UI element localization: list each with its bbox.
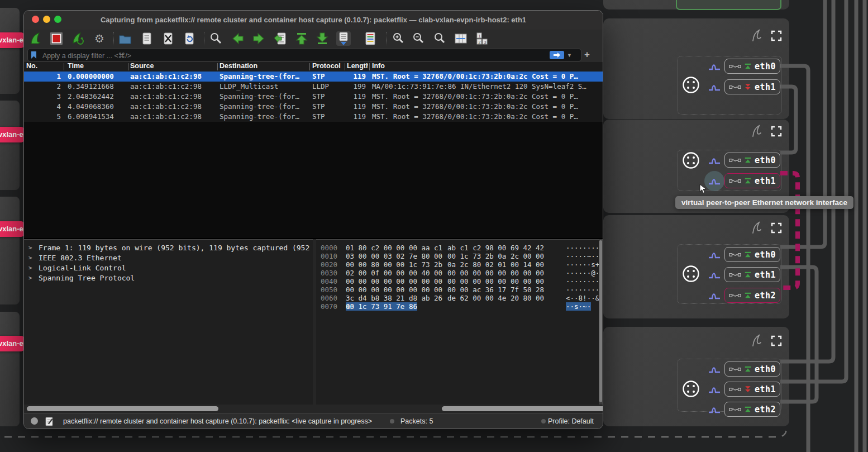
shark-fin-icon[interactable] — [750, 28, 764, 43]
add-filter-button[interactable]: + — [584, 49, 590, 60]
node-name-badge[interactable]: vxlan-e — [0, 221, 24, 237]
interface-button-eth2[interactable]: eth2 — [724, 402, 780, 417]
column-destination[interactable]: Destination — [220, 62, 257, 70]
apply-filter-button[interactable] — [550, 51, 564, 59]
go-back-icon[interactable] — [231, 31, 245, 46]
hex-row[interactable]: 003002 00 0f 00 00 00 40 00 00 00 00 00 … — [316, 269, 603, 277]
start-capture-icon[interactable] — [28, 31, 42, 46]
expand-icon[interactable] — [771, 222, 782, 234]
profile-label[interactable]: Profile: Default — [548, 413, 594, 429]
close-window-button[interactable] — [32, 16, 39, 23]
traffic-pulse-icon[interactable] — [708, 155, 721, 165]
reload-file-icon[interactable] — [182, 31, 197, 46]
traffic-pulse-icon[interactable] — [708, 270, 721, 280]
hex-row[interactable]: 005000 00 00 00 00 00 00 00 00 00 ac 36 … — [316, 286, 603, 294]
hex-row[interactable]: 002000 00 80 00 00 1c 73 2b 0a 2c 80 02 … — [316, 260, 603, 269]
filter-bookmark-icon[interactable] — [30, 51, 38, 59]
interface-button-eth0[interactable]: eth0 — [724, 153, 780, 168]
packet-row[interactable]: 20.349121668 aa:c1:ab:c1:c2:98LLDP_Multi… — [24, 82, 603, 92]
column-source[interactable]: Source — [130, 62, 154, 70]
zoom-reset-icon[interactable] — [432, 31, 447, 46]
interface-button-eth1[interactable]: eth1 — [724, 267, 780, 282]
hex-row[interactable]: 004000 00 00 00 00 00 00 00 00 00 00 00 … — [316, 277, 603, 286]
go-forward-icon[interactable] — [251, 31, 266, 46]
interface-button-eth1[interactable]: eth1 — [724, 382, 780, 397]
hex-row[interactable]: 00603c d4 b8 38 21 d8 ab 26 de 62 00 00 … — [316, 294, 603, 302]
expert-info-icon[interactable] — [31, 417, 38, 425]
capture-options-gear-icon[interactable]: ⚙ — [92, 31, 107, 46]
interface-button-eth0[interactable]: eth0 — [724, 247, 780, 262]
column-no[interactable]: No. — [26, 62, 37, 70]
open-file-icon[interactable] — [118, 31, 132, 46]
minimize-window-button[interactable] — [43, 16, 50, 23]
packet-row-selected[interactable]: 10.000000000 aa:c1:ab:c1:c2:98Spanning-t… — [24, 72, 603, 82]
packet-list-header[interactable]: No. Time Source Destination Protocol Len… — [24, 62, 603, 72]
node-name-badge[interactable]: vxlan-e — [0, 32, 24, 48]
interface-button-eth2-highlighted[interactable]: eth2 — [724, 288, 780, 303]
column-protocol[interactable]: Protocol — [312, 62, 341, 70]
detail-hscrollbar-thumb[interactable] — [27, 406, 218, 411]
expand-icon[interactable] — [771, 30, 782, 41]
hex-dump-pane[interactable]: 000001 80 c2 00 00 00 aa c1 ab c1 c2 98 … — [316, 239, 603, 405]
container-node-icon[interactable] — [681, 264, 701, 284]
traffic-pulse-icon[interactable] — [708, 384, 721, 394]
interface-button-partial[interactable] — [676, 0, 781, 10]
shark-fin-icon[interactable] — [750, 334, 764, 348]
interface-button-eth0[interactable]: eth0 — [724, 361, 780, 377]
zoom-in-icon[interactable] — [391, 31, 406, 46]
hex-hscrollbar-thumb[interactable] — [442, 406, 603, 411]
packet-row[interactable]: 56.098941534 aa:c1:ab:c1:c2:98Spanning-t… — [24, 112, 603, 122]
column-time[interactable]: Time — [68, 62, 84, 70]
container-node-icon[interactable] — [681, 379, 701, 399]
column-length[interactable]: Length — [347, 62, 368, 70]
restart-capture-icon[interactable] — [70, 31, 85, 46]
go-first-packet-icon[interactable] — [294, 31, 309, 46]
hex-row-highlighted[interactable]: 0070 00 1c 73 91 7e 86 13 ··s·~· — [316, 302, 603, 311]
find-packet-icon[interactable] — [208, 31, 223, 46]
stop-capture-icon[interactable] — [49, 31, 64, 46]
traffic-pulse-icon[interactable] — [708, 250, 721, 260]
shark-fin-icon[interactable] — [750, 124, 764, 139]
interface-button-eth0[interactable]: eth0 — [724, 59, 780, 74]
colorize-packets-icon[interactable] — [363, 31, 378, 46]
display-filter-input[interactable] — [41, 49, 546, 62]
packet-row[interactable]: 44.049068360 aa:c1:ab:c1:c2:98Spanning-t… — [24, 102, 603, 112]
capture-comment-icon[interactable] — [45, 417, 53, 426]
resize-columns-icon[interactable] — [454, 31, 468, 46]
detail-row[interactable]: >IEEE 802.3 Ethernet — [24, 253, 313, 263]
detail-row[interactable]: >Frame 1: 119 bytes on wire (952 bits), … — [24, 243, 313, 253]
selected-field-bytes[interactable]: 00 1c 73 91 7e 86 — [346, 302, 417, 311]
go-last-packet-icon[interactable] — [315, 31, 330, 46]
traffic-pulse-icon[interactable] — [708, 61, 721, 72]
go-to-packet-icon[interactable] — [273, 31, 288, 46]
traffic-pulse-icon[interactable] — [708, 405, 721, 415]
selected-field-ascii[interactable]: ··s·~· — [566, 302, 591, 311]
traffic-pulse-icon[interactable] — [708, 291, 721, 301]
node-name-badge[interactable]: vxlan-e — [0, 336, 24, 351]
hex-row[interactable]: 001003 00 00 03 02 7e 80 00 00 1c 73 2b … — [316, 252, 603, 260]
node-name-badge[interactable]: vxlan-e — [0, 127, 24, 142]
traffic-pulse-icon[interactable] — [708, 82, 721, 92]
packet-row[interactable]: 32.048362442 aa:c1:ab:c1:c2:98Spanning-t… — [24, 92, 603, 102]
shark-fin-icon[interactable] — [750, 221, 764, 235]
container-node-icon[interactable] — [681, 150, 701, 170]
traffic-pulse-icon[interactable] — [708, 176, 721, 186]
expand-icon[interactable] — [771, 126, 782, 137]
toggle-columns-icon[interactable]: 123 — [475, 31, 489, 46]
maximize-window-button[interactable] — [54, 16, 61, 23]
packet-detail-pane[interactable]: >Frame 1: 119 bytes on wire (952 bits), … — [24, 239, 313, 405]
expand-icon[interactable] — [771, 335, 782, 346]
auto-scroll-icon[interactable] — [336, 31, 351, 46]
display-filter-field[interactable]: ▼ — [27, 49, 581, 61]
hex-row[interactable]: 000001 80 c2 00 00 00 aa c1 ab c1 c2 98 … — [316, 244, 603, 252]
interface-button-eth1[interactable]: eth1 — [724, 79, 780, 94]
zoom-out-icon[interactable] — [411, 31, 426, 46]
column-info[interactable]: Info — [372, 62, 385, 70]
interface-button-eth1-highlighted[interactable]: eth1 — [724, 173, 780, 188]
detail-row[interactable]: >Spanning Tree Protocol — [24, 273, 313, 283]
detail-row[interactable]: >Logical-Link Control — [24, 263, 313, 273]
save-file-icon[interactable] — [140, 31, 154, 46]
traffic-pulse-icon[interactable] — [708, 364, 721, 374]
close-file-icon[interactable] — [161, 31, 175, 46]
filter-dropdown-caret[interactable]: ▼ — [567, 53, 572, 58]
